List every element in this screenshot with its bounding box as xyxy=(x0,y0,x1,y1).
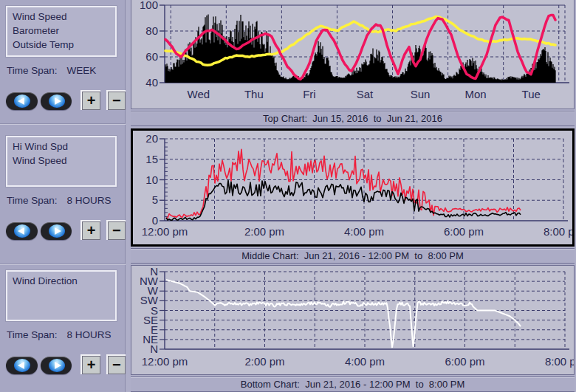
middle-chart-nav-buttons: + − xyxy=(6,221,126,240)
svg-text:8:00 pm: 8:00 pm xyxy=(544,225,572,238)
right-arrow-icon xyxy=(55,362,61,369)
svg-text:Tue: Tue xyxy=(522,88,541,100)
svg-text:6:00 pm: 6:00 pm xyxy=(445,355,484,368)
svg-text:12:00 pm: 12:00 pm xyxy=(142,225,188,238)
blue-orb xyxy=(14,94,30,108)
time-span-row: Time Span:8 HOURS xyxy=(7,195,126,206)
time-span-value: WEEK xyxy=(67,65,97,76)
svg-text:N: N xyxy=(150,343,158,355)
zoom-out-button[interactable]: − xyxy=(108,356,126,374)
series-item[interactable]: Outside Temp xyxy=(13,38,110,52)
bottom-chart-controls: Wind Direction Time Span:8 HOURS + − xyxy=(0,264,126,392)
svg-text:60: 60 xyxy=(145,50,158,63)
series-item[interactable]: Wind Speed xyxy=(13,154,110,168)
blue-orb xyxy=(49,224,65,238)
time-span-value: 8 HOURS xyxy=(67,195,112,206)
svg-text:8:00 pm: 8:00 pm xyxy=(545,355,574,368)
time-span-label: Time Span: xyxy=(7,329,58,340)
svg-text:Fri: Fri xyxy=(303,88,316,100)
middle-chart-panel-selected[interactable]: 0510152012:00 pm2:00 pm4:00 pm6:00 pm8:0… xyxy=(131,128,575,247)
svg-text:12:00 pm: 12:00 pm xyxy=(142,355,188,368)
zoom-out-button[interactable]: − xyxy=(108,92,126,110)
blue-orb xyxy=(14,359,30,372)
svg-text:Sun: Sun xyxy=(411,88,431,100)
svg-text:20: 20 xyxy=(145,132,158,145)
svg-text:2:00 pm: 2:00 pm xyxy=(244,355,284,368)
blue-orb xyxy=(49,94,65,108)
top-chart-series-list[interactable]: Wind Speed Barometer Outside Temp xyxy=(6,6,117,57)
svg-text:Sat: Sat xyxy=(357,88,374,100)
svg-text:5: 5 xyxy=(152,193,158,206)
middle-chart-plot[interactable]: 0510152012:00 pm2:00 pm4:00 pm6:00 pm8:0… xyxy=(133,131,572,244)
svg-text:40: 40 xyxy=(145,76,158,89)
left-arrow-icon xyxy=(18,227,24,235)
left-arrow-icon xyxy=(18,97,24,105)
series-item[interactable]: Barometer xyxy=(13,24,110,38)
bottom-chart-series-list[interactable]: Wind Direction xyxy=(6,270,117,321)
time-span-row: Time Span:8 HOURS xyxy=(7,329,126,340)
bottom-chart-caption: Bottom Chart: Jun 21, 2016 - 12:00 PM to… xyxy=(131,376,575,392)
scroll-forward-button[interactable] xyxy=(41,92,72,110)
svg-text:Thu: Thu xyxy=(244,88,264,100)
scroll-back-button[interactable] xyxy=(6,357,38,374)
middle-chart-caption: Middle Chart: Jun 21, 2016 - 12:00 PM to… xyxy=(131,248,575,264)
bottom-chart-panel[interactable]: NNWWSWSSEENEN12:00 pm2:00 pm4:00 pm6:00 … xyxy=(131,265,575,375)
scroll-back-button[interactable] xyxy=(6,92,38,110)
time-span-label: Time Span: xyxy=(7,195,58,206)
blue-orb xyxy=(14,224,30,238)
left-arrow-icon xyxy=(18,362,24,369)
zoom-out-button[interactable]: − xyxy=(108,221,126,240)
blue-orb xyxy=(49,359,65,372)
time-span-label: Time Span: xyxy=(7,65,58,76)
middle-chart-series-list[interactable]: Hi Wind Spd Wind Speed xyxy=(6,136,117,187)
top-chart-caption: Top Chart: Jun 15, 2016 to Jun 21, 2016 xyxy=(131,111,575,126)
top-chart-controls: Wind Speed Barometer Outside Temp Time S… xyxy=(0,0,126,123)
svg-text:80: 80 xyxy=(145,24,158,37)
series-item[interactable]: Wind Speed xyxy=(13,10,110,24)
svg-text:100: 100 xyxy=(140,0,158,11)
right-arrow-icon xyxy=(55,97,61,105)
scroll-back-button[interactable] xyxy=(6,222,38,240)
scroll-forward-button[interactable] xyxy=(41,222,72,240)
zoom-in-button[interactable]: + xyxy=(82,356,100,374)
series-item[interactable]: Wind Direction xyxy=(13,274,110,288)
sidebar: Wind Speed Barometer Outside Temp Time S… xyxy=(0,0,126,392)
middle-chart-controls: Hi Wind Spd Wind Speed Time Span:8 HOURS… xyxy=(0,123,126,264)
svg-text:4:00 pm: 4:00 pm xyxy=(344,225,384,238)
bottom-chart-plot[interactable]: NNWWSWSSEENEN12:00 pm2:00 pm4:00 pm6:00 … xyxy=(131,266,574,374)
scroll-forward-button[interactable] xyxy=(41,357,72,374)
svg-text:15: 15 xyxy=(145,153,158,165)
right-arrow-icon xyxy=(55,227,61,235)
bottom-chart-nav-buttons: + − xyxy=(6,356,126,374)
zoom-in-button[interactable]: + xyxy=(82,221,100,240)
svg-text:Wed: Wed xyxy=(188,88,210,100)
weather-app-window: Wind Speed Barometer Outside Temp Time S… xyxy=(0,0,576,392)
svg-text:4:00 pm: 4:00 pm xyxy=(345,355,385,368)
time-span-row: Time Span:WEEK xyxy=(7,65,126,76)
time-span-value: 8 HOURS xyxy=(67,329,112,340)
zoom-in-button[interactable]: + xyxy=(82,92,100,110)
svg-text:6:00 pm: 6:00 pm xyxy=(444,225,484,238)
svg-text:Mon: Mon xyxy=(465,88,487,100)
svg-text:2:00 pm: 2:00 pm xyxy=(244,225,284,238)
series-item[interactable]: Hi Wind Spd xyxy=(13,140,110,154)
top-chart-panel[interactable]: 406080100WedThuFriSatSunMonTue xyxy=(131,0,575,109)
svg-text:10: 10 xyxy=(145,173,158,186)
top-chart-plot[interactable]: 406080100WedThuFriSatSunMonTue xyxy=(131,0,574,108)
top-chart-nav-buttons: + − xyxy=(6,92,126,110)
